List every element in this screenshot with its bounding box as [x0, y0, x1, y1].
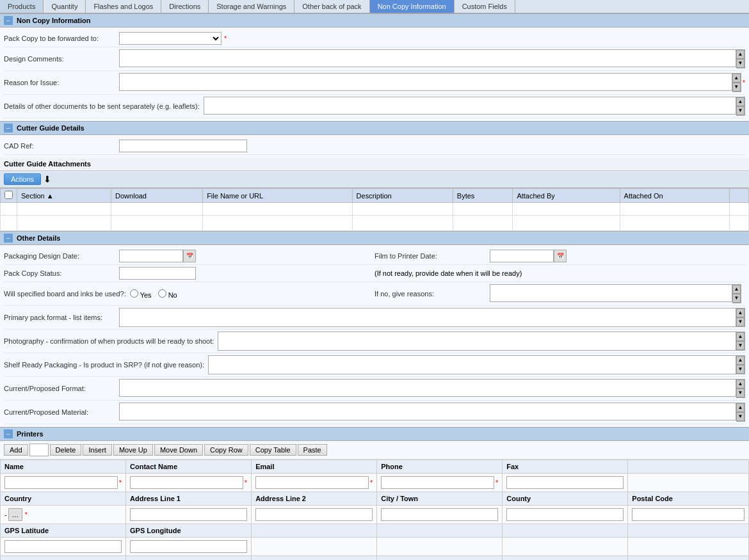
scroll-down[interactable]: ▼	[732, 294, 741, 303]
add-printer-btn[interactable]: Add	[4, 444, 28, 456]
shelf-ready-input[interactable]	[208, 355, 736, 374]
copy-row-btn[interactable]: Copy Row	[204, 444, 248, 456]
packaging-design-date-input[interactable]	[119, 250, 183, 262]
insert-printer-btn[interactable]: Insert	[83, 444, 112, 456]
yes-radio-label[interactable]: Yes	[130, 289, 152, 299]
scroll-down-icon2[interactable]: ▼	[732, 83, 741, 92]
scroll-down-icon3[interactable]: ▼	[736, 106, 745, 115]
empty-download	[111, 203, 203, 216]
printer-email-input[interactable]	[255, 476, 369, 489]
non-copy-section-header: − Non Copy Information	[0, 13, 749, 28]
empty-section	[17, 203, 111, 216]
current-format-input[interactable]	[119, 379, 736, 397]
move-down-btn[interactable]: Move Down	[154, 444, 203, 456]
no-radio-label[interactable]: No	[158, 289, 177, 299]
cutter-guide-section-title: Cutter Guide Details	[17, 124, 85, 132]
move-up-btn[interactable]: Move Up	[113, 444, 153, 456]
scroll-down[interactable]: ▼	[736, 317, 745, 326]
tab-flashes-logos[interactable]: Flashes and Logos	[86, 0, 161, 13]
printer-name-cell: *	[1, 474, 126, 492]
primary-pack-input[interactable]	[119, 308, 736, 327]
film-printer-date-input[interactable]	[490, 250, 554, 262]
printers-toolbar: Add 1 Delete Insert Move Up Move Down Co…	[0, 441, 749, 460]
printer-contact-input[interactable]	[130, 476, 243, 489]
design-comments-input[interactable]	[119, 49, 736, 67]
col-attached-by: Attached By	[513, 189, 620, 203]
photography-input[interactable]	[218, 332, 736, 351]
col-email: Email	[252, 460, 377, 474]
other-details-section-header: − Other Details	[0, 231, 749, 245]
table-row-2	[1, 216, 749, 231]
printer-county-input[interactable]	[506, 508, 624, 521]
printer-addr2-input[interactable]	[255, 508, 373, 521]
spacer-td4	[203, 216, 352, 231]
printer-name-required: *	[119, 479, 122, 486]
printer-name-input[interactable]	[4, 476, 118, 489]
pack-copy-status-input[interactable]	[119, 267, 196, 280]
design-comments-row: Design Comments: ▲ ▼	[4, 47, 745, 71]
scroll-down[interactable]: ▼	[736, 412, 745, 421]
empty-filename	[203, 203, 352, 216]
scroll-up[interactable]: ▲	[732, 285, 741, 294]
tab-quantity[interactable]: Quantity	[44, 0, 86, 13]
printer-fax-input[interactable]	[506, 476, 624, 489]
printers-collapse-btn[interactable]: −	[4, 429, 13, 438]
non-copy-section-title: Non Copy Information	[17, 17, 91, 24]
country-select-btn[interactable]: …	[8, 508, 22, 521]
attachments-table: Section ▲ Download File Name or URL Desc…	[0, 188, 749, 231]
printer-addr1-input[interactable]	[130, 508, 247, 521]
reason-issue-input[interactable]	[119, 73, 732, 91]
cutter-guide-collapse-btn[interactable]: −	[4, 124, 13, 132]
tab-storage-warnings[interactable]: Storage and Warnings	[209, 0, 294, 13]
scroll-up-icon[interactable]: ▲	[736, 50, 745, 59]
printer-gps-lat-input[interactable]	[4, 540, 122, 553]
actions-button[interactable]: Actions	[4, 173, 41, 185]
tab-other-back[interactable]: Other back of pack	[294, 0, 369, 13]
printer-city-input[interactable]	[381, 508, 498, 521]
printer-gps-lng-input[interactable]	[130, 540, 247, 553]
col-empty6	[628, 524, 749, 538]
scroll-up-icon2[interactable]: ▲	[732, 74, 741, 83]
printer-postal-input[interactable]	[632, 508, 745, 521]
scroll-up[interactable]: ▲	[736, 403, 745, 412]
scroll-up-icon3[interactable]: ▲	[736, 97, 745, 106]
printer-contact-required: *	[245, 479, 247, 486]
current-material-input[interactable]	[119, 403, 736, 420]
other-details-collapse-btn[interactable]: −	[4, 234, 13, 243]
delete-printer-btn[interactable]: Delete	[50, 444, 82, 456]
empty-attached-on	[620, 203, 729, 216]
scroll-up[interactable]: ▲	[736, 356, 745, 365]
if-no-reasons-input[interactable]	[490, 284, 732, 302]
scroll-up[interactable]: ▲	[736, 332, 745, 341]
row-count-input[interactable]: 1	[29, 444, 49, 456]
yes-radio[interactable]	[130, 289, 138, 298]
tab-directions[interactable]: Directions	[161, 0, 209, 13]
no-radio[interactable]	[158, 289, 166, 298]
select-all-checkbox[interactable]	[4, 191, 13, 199]
film-printer-date-btn[interactable]: 📅	[554, 250, 567, 262]
copy-table-btn[interactable]: Copy Table	[250, 444, 296, 456]
printer-city-cell	[377, 506, 503, 524]
scroll-down[interactable]: ▼	[736, 388, 745, 397]
scroll-down[interactable]: ▼	[736, 341, 745, 350]
empty-attached-by	[513, 203, 620, 216]
scroll-up[interactable]: ▲	[736, 380, 745, 388]
non-copy-collapse-btn[interactable]: −	[4, 16, 13, 25]
scroll-down-icon[interactable]: ▼	[736, 59, 745, 68]
pack-copy-select[interactable]	[119, 32, 221, 45]
printer-phone-input[interactable]	[381, 476, 494, 489]
scroll-up[interactable]: ▲	[736, 308, 745, 317]
details-docs-input[interactable]	[204, 97, 736, 115]
packaging-design-date-btn[interactable]: 📅	[183, 250, 196, 262]
cad-ref-input[interactable]	[119, 140, 247, 152]
tab-products[interactable]: Products	[0, 0, 44, 13]
printers-data-row-2: - … *	[1, 506, 749, 524]
tab-custom-fields[interactable]: Custom Fields	[455, 0, 515, 13]
col-attached-on: Attached On	[620, 189, 729, 203]
tab-non-copy[interactable]: Non Copy Information	[370, 0, 455, 13]
pack-copy-status-row: Pack Copy Status: (If not ready, provide…	[4, 265, 745, 282]
film-printer-date-col: Film to Printer Date: 📅	[371, 248, 745, 264]
scroll-down[interactable]: ▼	[736, 365, 745, 374]
col-gps-lat-header: GPS Latitude	[1, 524, 126, 538]
paste-btn[interactable]: Paste	[298, 444, 327, 456]
